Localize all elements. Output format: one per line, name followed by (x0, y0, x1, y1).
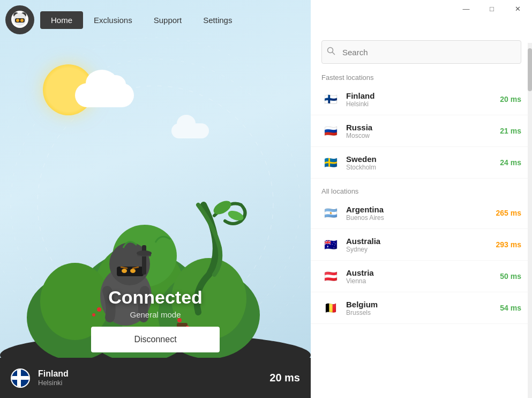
flag-argentina: 🇦🇷 (321, 204, 340, 222)
flag-russia: 🇷🇺 (321, 122, 340, 140)
location-item-russia[interactable]: 🇷🇺 Russia Moscow 21 ms (311, 115, 532, 147)
status-city: Helsinki (38, 379, 261, 387)
city-name-brussels: Brussels (346, 309, 500, 316)
city-name-moscow: Moscow (346, 132, 500, 139)
search-box (321, 40, 521, 64)
ping-sweden: 24 ms (500, 158, 521, 167)
city-name-buenosaires: Buenos Aires (346, 214, 496, 222)
flag-australia: 🇦🇺 (321, 235, 340, 254)
ping-finland: 20 ms (500, 95, 521, 104)
maximize-button[interactable]: □ (479, 0, 504, 17)
flag-belgium: 🇧🇪 (321, 299, 340, 317)
status-flag (11, 368, 30, 388)
city-name-vienna: Vienna (346, 277, 500, 285)
svg-point-34 (16, 19, 19, 22)
search-icon (327, 47, 335, 57)
ping-austria: 50 ms (500, 272, 521, 281)
connection-mode: General mode (70, 310, 241, 319)
connection-status: Connected (70, 287, 241, 308)
location-item-sweden[interactable]: 🇸🇪 Sweden Stockholm 24 ms (311, 147, 532, 179)
right-panel: — □ ✕ Fastest locations 🇫🇮 Finland Helsi… (311, 0, 532, 398)
titlebar: — □ ✕ (311, 0, 532, 17)
status-ping: 20 ms (269, 372, 300, 384)
country-name-austria: Austria (346, 268, 500, 277)
svg-point-23 (137, 250, 152, 256)
flag-finland: 🇫🇮 (321, 90, 340, 108)
status-country: Finland (38, 369, 261, 379)
location-item-australia[interactable]: 🇦🇺 Australia Sydney 293 ms (311, 229, 532, 261)
tab-settings[interactable]: Settings (192, 11, 243, 29)
city-name-sydney: Sydney (346, 246, 496, 253)
tab-exclusions[interactable]: Exclusions (83, 11, 143, 29)
connected-section: Connected General mode Disconnect (70, 287, 241, 352)
close-button[interactable]: ✕ (505, 0, 530, 17)
country-name-australia: Australia (346, 237, 496, 246)
location-item-austria[interactable]: 🇦🇹 Austria Vienna 50 ms (311, 261, 532, 292)
navbar: Home Exclusions Support Settings (0, 0, 311, 40)
svg-point-18 (130, 269, 136, 273)
fastest-locations-label: Fastest locations (311, 69, 532, 84)
country-name-belgium: Belgium (346, 300, 500, 309)
all-locations-list: 🇦🇷 Argentina Buenos Aires 265 ms 🇦🇺 Aust… (311, 197, 532, 398)
scrollbar-thumb[interactable] (528, 48, 532, 91)
location-item-finland[interactable]: 🇫🇮 Finland Helsinki 20 ms (311, 84, 532, 115)
ping-russia: 21 ms (500, 127, 521, 135)
cloud-illustration-1 (75, 83, 134, 107)
ping-argentina: 265 ms (496, 209, 521, 217)
svg-rect-16 (117, 267, 144, 276)
svg-point-17 (122, 269, 127, 273)
country-name-argentina: Argentina (346, 205, 496, 214)
disconnect-button[interactable]: Disconnect (91, 327, 220, 352)
search-input[interactable] (321, 40, 521, 64)
tab-support[interactable]: Support (143, 11, 193, 29)
app-logo (5, 5, 35, 35)
location-item-belgium[interactable]: 🇧🇪 Belgium Brussels 54 ms (311, 292, 532, 324)
tab-home[interactable]: Home (40, 11, 83, 29)
scrollbar-track[interactable] (528, 43, 532, 398)
status-info: Finland Helsinki (38, 369, 261, 387)
ping-australia: 293 ms (496, 240, 521, 249)
left-panel: Home Exclusions Support Settings Connect… (0, 0, 311, 398)
flag-sweden: 🇸🇪 (321, 153, 340, 172)
country-name-sweden: Sweden (346, 154, 500, 164)
country-name-russia: Russia (346, 123, 500, 132)
ping-belgium: 54 ms (500, 304, 521, 312)
city-name-helsinki: Helsinki (346, 100, 500, 108)
country-name-finland: Finland (346, 91, 500, 100)
svg-line-37 (333, 53, 335, 55)
svg-point-35 (20, 19, 24, 22)
minimize-button[interactable]: — (454, 0, 478, 17)
nav-tabs: Home Exclusions Support Settings (40, 0, 243, 40)
city-name-stockholm: Stockholm (346, 164, 500, 171)
svg-rect-21 (142, 245, 146, 275)
location-item-argentina[interactable]: 🇦🇷 Argentina Buenos Aires 265 ms (311, 197, 532, 229)
status-bar: Finland Helsinki 20 ms (0, 358, 311, 398)
all-locations-label: All locations (311, 183, 532, 197)
flag-austria: 🇦🇹 (321, 267, 340, 285)
